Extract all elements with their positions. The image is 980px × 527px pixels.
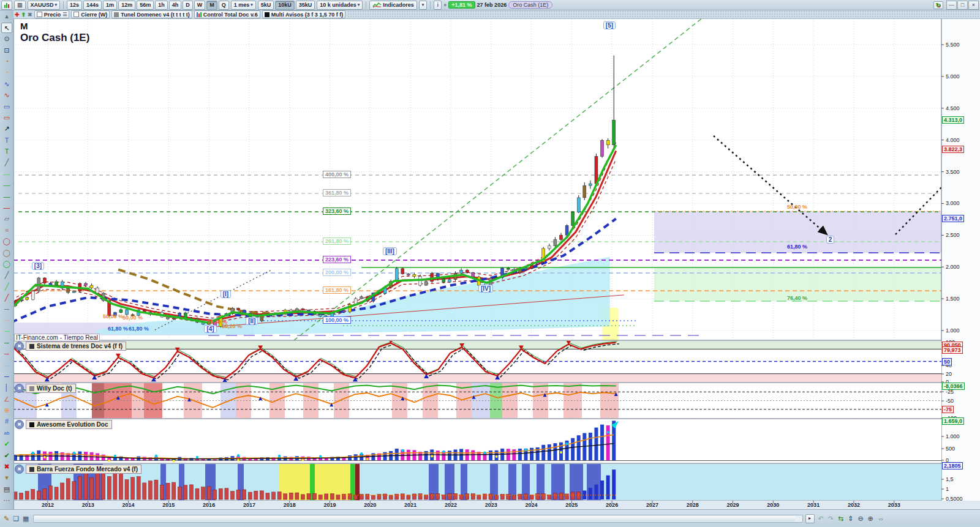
period-dropdown[interactable]: 1 mes▾ bbox=[231, 1, 256, 10]
timeframe-button-m[interactable]: M bbox=[206, 1, 217, 10]
cursor-tool-icon[interactable]: ↖ bbox=[1, 23, 12, 33]
wave-label[interactable]: [I] bbox=[221, 290, 231, 298]
redo-icon[interactable]: ↷ bbox=[827, 515, 835, 523]
add-alert-icon[interactable]: ✚ bbox=[15, 12, 20, 18]
hline-tool-pink-icon[interactable]: ─ bbox=[1, 315, 12, 326]
hline-tool-red-1-icon[interactable]: — bbox=[1, 203, 12, 213]
hline-tool-dark-green-icon[interactable]: ─ bbox=[1, 338, 12, 348]
timeframe-button-56m[interactable]: 56m bbox=[137, 1, 154, 10]
units-dropdown[interactable]: 10 k unidades▾ bbox=[317, 1, 363, 10]
fib-level-label[interactable]: 161,80 % bbox=[323, 286, 351, 294]
zoom-vertical-icon[interactable]: ⇕ bbox=[846, 515, 854, 523]
timeframe-button-q[interactable]: Q bbox=[219, 1, 229, 10]
hline-tool-dark-blue-icon[interactable]: ─ bbox=[1, 372, 12, 382]
wave-label[interactable]: 2 bbox=[826, 236, 835, 244]
refresh-icon[interactable]: ↻ bbox=[933, 1, 943, 9]
check-tool-icon[interactable]: ✔ bbox=[1, 439, 12, 449]
fib-level-label[interactable]: 100,00 % bbox=[323, 316, 351, 324]
wave-label[interactable]: [4] bbox=[204, 325, 216, 333]
unit-button-35ku[interactable]: 35kU bbox=[296, 1, 315, 10]
annotate-note-icon[interactable]: ❏ bbox=[12, 515, 20, 523]
unit-button-10ku[interactable]: 10kU bbox=[275, 1, 295, 10]
text-tool-icon[interactable]: T bbox=[1, 135, 12, 146]
circle-plus-tool-icon[interactable]: ⊕ bbox=[1, 405, 12, 416]
wave-label[interactable]: [IV] bbox=[478, 285, 493, 293]
scrollbar-thumb[interactable] bbox=[34, 516, 795, 521]
pan-icon[interactable]: ⇔ bbox=[876, 515, 886, 523]
panel-title-chip[interactable]: Willy Doc (t) bbox=[26, 384, 76, 393]
collapse-chevron-icon[interactable]: ▴ bbox=[1, 11, 12, 21]
symbol-dropdown[interactable]: XAUUSD▾ bbox=[28, 1, 61, 10]
numbers-tool-icon[interactable]: # bbox=[1, 416, 12, 427]
segment-tool-icon[interactable]: ╱ bbox=[1, 157, 12, 168]
zoom-out-icon[interactable]: ⊖ bbox=[856, 515, 864, 523]
ellipse-tool-green-icon[interactable]: ◯ bbox=[1, 259, 12, 269]
more-icon[interactable]: ⋯ bbox=[1, 495, 12, 506]
hline-tool-red-2-icon[interactable]: ─ bbox=[1, 349, 12, 359]
legend-item-1[interactable]: Precio☰ bbox=[34, 10, 70, 18]
panel-title-chip[interactable]: Awesome Evolution Doc bbox=[26, 420, 112, 429]
ruler-tool-icon[interactable]: ▱ bbox=[1, 214, 12, 224]
layers-icon[interactable]: ▤ bbox=[1, 484, 12, 495]
delete-tool-icon[interactable]: ✖ bbox=[1, 462, 12, 472]
hline-tool-bright-green-icon[interactable]: ─ bbox=[1, 326, 12, 337]
zoom-area-tool-icon[interactable]: ⊡ bbox=[1, 45, 12, 56]
close-button[interactable]: × bbox=[968, 1, 979, 10]
fib-level-label[interactable]: 200,00 % bbox=[323, 269, 351, 276]
panel-close-button[interactable]: ✖ bbox=[15, 342, 24, 351]
diagonal-tool-green-icon[interactable]: ╱ bbox=[1, 282, 12, 292]
legend-item-2[interactable]: Cierre (W) bbox=[71, 10, 110, 18]
instrument-badge[interactable]: Oro Cash (1E) bbox=[508, 1, 552, 9]
wave-label[interactable]: [II] bbox=[246, 317, 258, 325]
legend-item-5[interactable]: Multi Avisos (3 f 3 1,5 70 f f) bbox=[262, 10, 345, 18]
panel-title-chip[interactable]: Sistema de trenes Doc v4 (f f) bbox=[26, 342, 126, 351]
restore-button[interactable]: □ bbox=[957, 1, 968, 10]
annotate-grid-icon[interactable]: ▦ bbox=[21, 515, 30, 523]
fib-level-label[interactable]: 223,60 % bbox=[323, 256, 351, 263]
timeframe-button-4h[interactable]: 4h bbox=[169, 1, 182, 10]
hline-tool-light-blue-icon[interactable]: ─ bbox=[1, 361, 12, 371]
timeframe-button-12s[interactable]: 12s bbox=[67, 1, 82, 10]
indicators-more-dropdown[interactable]: ▾ bbox=[419, 1, 428, 10]
indicators-button[interactable]: Indicadores bbox=[369, 1, 417, 10]
timeframe-button-1h[interactable]: 1h bbox=[155, 1, 168, 10]
vline-tool-icon[interactable]: │ bbox=[1, 383, 12, 393]
minimize-button[interactable]: — bbox=[946, 1, 957, 10]
rect-blue-tool-icon[interactable]: ▭ bbox=[1, 102, 12, 112]
fib-level-label[interactable]: 361,80 % bbox=[323, 189, 351, 196]
more-chevron-icon[interactable]: ▾ bbox=[1, 473, 12, 483]
callout-tool-icon[interactable]: T bbox=[1, 146, 12, 157]
ellipse-tool-brown-icon[interactable]: ◯ bbox=[1, 248, 12, 258]
compare-icon[interactable]: ⇆ bbox=[837, 515, 845, 523]
letters-tool-icon[interactable]: ab bbox=[1, 428, 12, 438]
wave-tool-icon[interactable]: ≈ bbox=[1, 225, 12, 236]
panel-close-button[interactable]: ✖ bbox=[15, 384, 24, 393]
diagonal-tool-red-icon[interactable]: ╱ bbox=[1, 293, 12, 303]
unit-button-5ku[interactable]: 5kU bbox=[258, 1, 274, 10]
approve-tool-icon[interactable]: ✔ bbox=[1, 450, 12, 461]
panel-close-button[interactable]: ✖ bbox=[15, 420, 24, 429]
rect-red-tool-icon[interactable]: ▭ bbox=[1, 113, 12, 123]
angle-tool-icon[interactable]: ∠ bbox=[1, 394, 12, 405]
wave-label[interactable]: [3] bbox=[32, 262, 44, 270]
fib-level-label[interactable]: 323,60 % bbox=[323, 207, 351, 215]
close-circle-icon[interactable]: ✖ bbox=[28, 12, 32, 18]
info-button[interactable]: i bbox=[434, 1, 442, 10]
diagonal-tool-gray-icon[interactable]: ╱ bbox=[1, 270, 12, 280]
zoom-tool-icon[interactable]: ⊙ bbox=[1, 34, 12, 44]
hline-tool-green-3-icon[interactable]: — bbox=[1, 192, 12, 202]
list-icon[interactable]: ☰ bbox=[62, 12, 67, 17]
panel-title-chip[interactable]: Barra Fuerza Fondo Mercado v4 (f) bbox=[26, 465, 141, 474]
timeframe-button-d[interactable]: D bbox=[183, 1, 193, 10]
fib-level-label[interactable]: 261,80 % bbox=[323, 237, 351, 245]
timeframe-button-w[interactable]: W bbox=[194, 1, 206, 10]
undo-icon[interactable]: ↶ bbox=[817, 515, 825, 523]
wave-label[interactable]: [5] bbox=[603, 21, 616, 29]
layout-grid-icon[interactable]: ▥ bbox=[14, 1, 26, 10]
checkbox-icon[interactable] bbox=[37, 12, 42, 17]
hline-tool-green-1-icon[interactable]: — bbox=[1, 169, 12, 179]
chart-canvas[interactable]: 2012201320142015201620172018201920202021… bbox=[0, 19, 980, 509]
timeframe-button-1m[interactable]: 1m bbox=[103, 1, 117, 10]
polyline-blue-tool-icon[interactable]: ∿ bbox=[1, 79, 12, 89]
checkbox-icon[interactable] bbox=[74, 12, 79, 17]
